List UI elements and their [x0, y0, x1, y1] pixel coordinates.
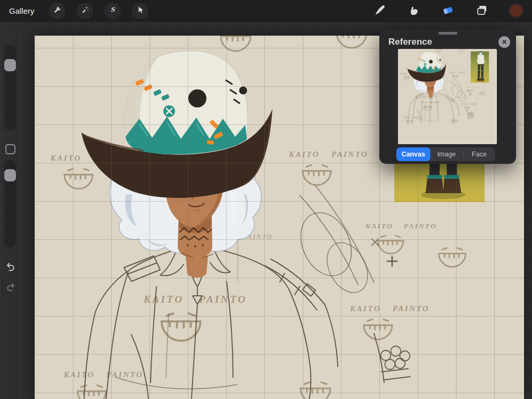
reference-panel-title: Reference: [388, 37, 432, 47]
tab-canvas[interactable]: Canvas: [396, 147, 430, 161]
opacity-slider-handle[interactable]: [4, 169, 16, 181]
brush-size-slider[interactable]: [4, 45, 16, 130]
panel-drag-handle[interactable]: [438, 32, 458, 35]
actions-button[interactable]: [49, 3, 65, 19]
selection-s-icon: S: [108, 5, 117, 16]
color-swatch: [509, 4, 523, 18]
smudge-tool-button[interactable]: [406, 3, 422, 19]
transform-button[interactable]: [132, 3, 148, 19]
wrench-icon: [53, 5, 62, 16]
brush-icon: [373, 3, 387, 19]
reference-tab-bar: Canvas Image Face: [396, 147, 495, 161]
undo-button[interactable]: [4, 261, 17, 273]
redo-button[interactable]: [4, 281, 17, 294]
close-icon: ✕: [502, 39, 507, 45]
toolbar-right-group: [372, 3, 526, 19]
tab-image[interactable]: Image: [430, 147, 463, 161]
paint-tool-button[interactable]: [372, 3, 388, 19]
selection-button[interactable]: S: [104, 3, 121, 19]
reference-panel: Reference ✕ Canvas Image Face: [379, 29, 516, 164]
layers-icon: [475, 3, 489, 19]
gallery-button[interactable]: Gallery: [9, 6, 35, 15]
adjustments-button[interactable]: [77, 3, 93, 19]
smudge-finger-icon: [407, 3, 421, 19]
redo-arrow-icon: [5, 286, 16, 294]
erase-tool-button[interactable]: [440, 3, 456, 19]
reference-canvas-preview[interactable]: [398, 49, 497, 144]
top-toolbar: Gallery S: [0, 0, 532, 21]
transform-arrow-icon: [136, 5, 145, 16]
close-button[interactable]: ✕: [498, 36, 510, 48]
undo-arrow-icon: [5, 266, 16, 274]
eraser-icon: [441, 3, 455, 19]
layers-button[interactable]: [474, 3, 490, 19]
opacity-slider[interactable]: [4, 160, 16, 247]
toolbar-left-group: Gallery S: [6, 3, 148, 19]
tab-face[interactable]: Face: [463, 147, 496, 161]
magic-wand-icon: [80, 5, 89, 16]
svg-text:S: S: [110, 6, 115, 13]
color-button[interactable]: [508, 3, 524, 19]
modify-button[interactable]: [5, 144, 15, 154]
brush-size-slider-handle[interactable]: [4, 59, 16, 71]
procreate-window: KAITO PAINTO KAITO PAINTO KAITO PAINTO: [0, 0, 532, 399]
